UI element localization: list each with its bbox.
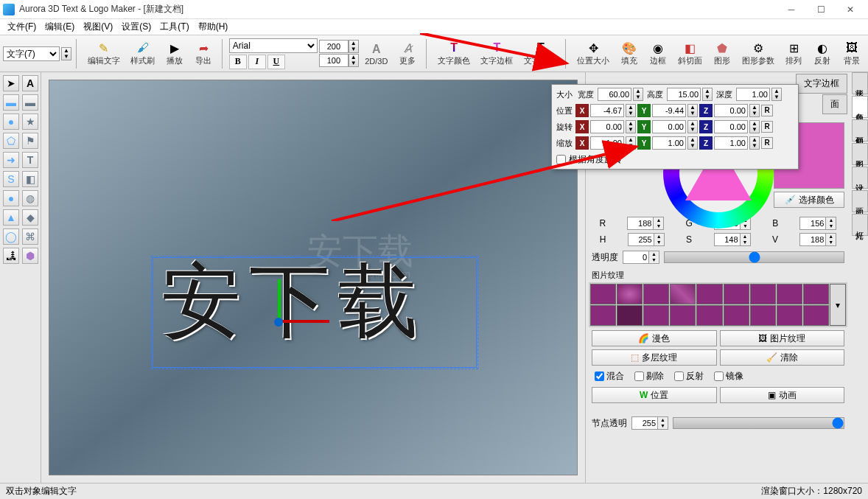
- cull-check[interactable]: 剔除: [634, 370, 664, 383]
- rtab-graphic[interactable]: 图形: [852, 143, 868, 165]
- size2-stepper[interactable]: ▲▼: [349, 54, 359, 67]
- texture-item[interactable]: [670, 284, 696, 304]
- scale-z-axis[interactable]: Z: [699, 136, 713, 150]
- s-tool[interactable]: S: [3, 171, 19, 187]
- clear-button[interactable]: 🧹清除: [720, 349, 845, 366]
- viewport[interactable]: 安下载 anxz.com 安下载: [49, 80, 578, 475]
- img-tex-button[interactable]: 🖼图片纹理: [720, 330, 845, 346]
- shape-params-button[interactable]: ⚙图形参数: [737, 38, 778, 69]
- texture-item[interactable]: [696, 305, 722, 326]
- texture-item[interactable]: [643, 305, 669, 326]
- v-input[interactable]: [800, 234, 825, 245]
- node-opacity-slider[interactable]: [673, 417, 844, 429]
- texture-item[interactable]: [750, 305, 776, 326]
- size1-stepper[interactable]: ▲▼: [349, 40, 359, 53]
- font-size-1[interactable]: [319, 40, 349, 53]
- knot-tool[interactable]: ⌘: [22, 228, 38, 245]
- width-input[interactable]: [598, 88, 631, 101]
- rtab-color[interactable]: 颜色: [852, 96, 868, 118]
- menu-settings[interactable]: 设置(S): [117, 19, 155, 35]
- multi-tex-button[interactable]: ⬚多层纹理: [592, 349, 717, 366]
- export-button[interactable]: ➦导出: [190, 38, 217, 69]
- reflect-check[interactable]: 反射: [674, 370, 704, 383]
- scale-z-stepper[interactable]: ▲▼: [749, 136, 760, 150]
- object-select[interactable]: 文字(7): [3, 46, 60, 61]
- axis-x[interactable]: [278, 320, 329, 323]
- scale-y-stepper[interactable]: ▲▼: [687, 136, 698, 150]
- anim-button[interactable]: ▣动画: [720, 387, 845, 403]
- rtab-design[interactable]: 设计: [852, 167, 868, 189]
- pos-y-stepper[interactable]: ▲▼: [687, 104, 698, 117]
- image-tool[interactable]: 🏞: [3, 248, 19, 264]
- cone-tool[interactable]: ▲: [3, 209, 19, 226]
- height-input[interactable]: [667, 88, 701, 101]
- t3d-tool[interactable]: T: [22, 152, 38, 168]
- texture-item[interactable]: [777, 284, 802, 304]
- menu-edit[interactable]: 编辑(E): [41, 19, 79, 35]
- text-color-button[interactable]: T文字颜色: [433, 38, 475, 69]
- fill-button[interactable]: 🎨填充: [615, 38, 643, 69]
- b-input[interactable]: [800, 217, 825, 229]
- texture-item[interactable]: [590, 284, 616, 304]
- texture-item[interactable]: [696, 284, 722, 304]
- scale-y-axis[interactable]: Y: [637, 136, 651, 150]
- poly-tool[interactable]: ⬠: [3, 133, 19, 149]
- pos-z-stepper[interactable]: ▲▼: [749, 104, 760, 117]
- rot-z-axis[interactable]: Z: [699, 120, 713, 133]
- diamond-tool[interactable]: ◆: [22, 209, 38, 226]
- font-size-2[interactable]: [319, 54, 349, 67]
- pos-button[interactable]: W位置: [592, 387, 717, 403]
- border-button[interactable]: ◉边框: [644, 38, 671, 69]
- style-brush-button[interactable]: 🖌样式刷: [126, 38, 160, 69]
- rot-x-input[interactable]: [590, 120, 624, 133]
- play-button[interactable]: ▶播放: [161, 38, 189, 69]
- shape-button[interactable]: ⬟图形: [708, 38, 735, 69]
- arrow-tool[interactable]: ➜: [3, 152, 19, 168]
- r-input[interactable]: [628, 217, 653, 229]
- s-input[interactable]: [715, 234, 740, 245]
- bevel-button[interactable]: ◧斜切面: [673, 38, 707, 69]
- texture-item[interactable]: [777, 305, 802, 326]
- rtab-anim[interactable]: 动画: [852, 190, 868, 212]
- mirror-check[interactable]: 镜像: [714, 370, 743, 383]
- bold-button[interactable]: B: [229, 55, 247, 69]
- text-tool[interactable]: A: [22, 75, 38, 91]
- minimize-button[interactable]: ─: [777, 1, 806, 18]
- texture-item[interactable]: [803, 305, 829, 326]
- arrange-button[interactable]: ⊞排列: [780, 38, 808, 69]
- opacity-input[interactable]: [623, 251, 648, 263]
- rot-x-axis[interactable]: X: [575, 120, 589, 133]
- menu-help[interactable]: 帮助(H): [194, 19, 233, 35]
- flag-tool[interactable]: ⚑: [22, 133, 38, 149]
- texture-more[interactable]: ▾: [830, 284, 846, 326]
- pick-color-button[interactable]: 💉选择颜色: [774, 192, 844, 208]
- depth-input[interactable]: [736, 88, 770, 101]
- rot-y-input[interactable]: [652, 120, 686, 133]
- axis-y[interactable]: [278, 279, 281, 324]
- selected-object[interactable]: 安下载: [153, 257, 477, 368]
- scale-x-stepper[interactable]: ▲▼: [626, 136, 636, 150]
- custom-tool[interactable]: ⬢: [22, 248, 38, 264]
- 2d3d-button[interactable]: A2D/3D: [360, 40, 393, 68]
- pos-y-input[interactable]: [652, 104, 686, 117]
- pos-x-axis[interactable]: X: [575, 104, 589, 117]
- object-stepper[interactable]: ▲▼: [61, 47, 71, 60]
- menu-view[interactable]: 视图(V): [79, 19, 117, 35]
- rtab-light[interactable]: 灯光: [852, 214, 868, 236]
- select-tool[interactable]: ➤: [3, 75, 19, 91]
- star-tool[interactable]: ★: [22, 114, 38, 130]
- menu-tools[interactable]: 工具(T): [155, 19, 193, 35]
- scale-y-input[interactable]: [652, 136, 686, 150]
- texture-item[interactable]: [617, 284, 643, 304]
- opacity-slider[interactable]: [664, 251, 844, 263]
- scale-x-input[interactable]: [590, 136, 624, 150]
- texture-item[interactable]: [643, 284, 669, 304]
- axis-origin[interactable]: [274, 318, 283, 327]
- torus-tool[interactable]: ◯: [3, 228, 19, 245]
- texture-item[interactable]: [724, 284, 749, 304]
- rot-y-axis[interactable]: Y: [637, 120, 651, 133]
- rot-z-stepper[interactable]: ▲▼: [749, 120, 760, 133]
- reflect-button[interactable]: ◐反射: [809, 38, 836, 69]
- scale-reset[interactable]: R: [761, 137, 773, 149]
- rot-z-input[interactable]: [714, 120, 748, 133]
